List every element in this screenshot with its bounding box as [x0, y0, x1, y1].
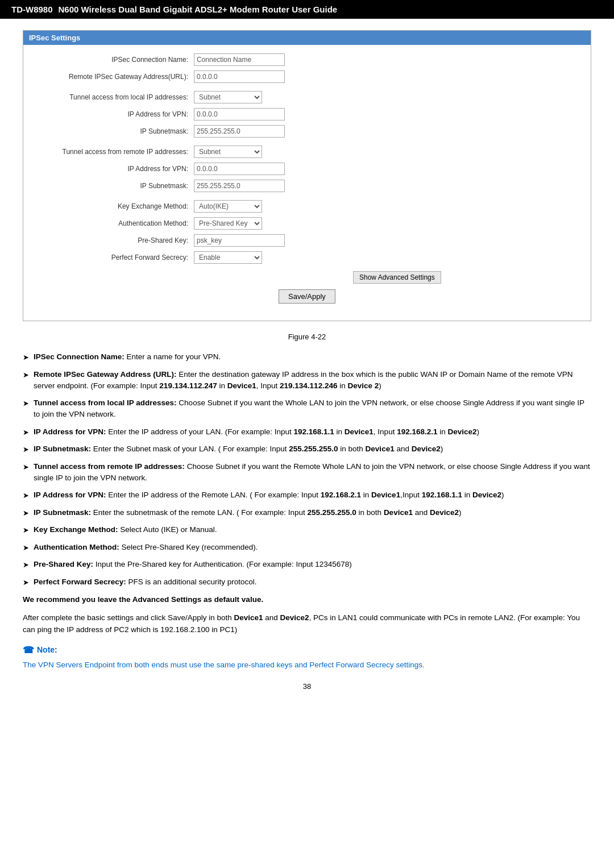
- bullet-arrow: ➤: [23, 542, 29, 554]
- bullet-arrow: ➤: [23, 490, 29, 501]
- bullet-text: Key Exchange Method: Select Auto (IKE) o…: [34, 524, 591, 535]
- input-gateway-address[interactable]: [194, 70, 285, 83]
- label-vpn-ip-remote: IP Address for VPN:: [35, 165, 194, 173]
- label-preshared-key: Pre-Shared Key:: [35, 236, 194, 244]
- list-item: ➤ IP Address for VPN: Enter the IP addre…: [23, 489, 591, 501]
- list-item: ➤ IP Subnetmask: Enter the subnetmask of…: [23, 507, 591, 519]
- select-tunnel-remote[interactable]: Subnet Single Address: [194, 146, 262, 158]
- bullet-arrow: ➤: [23, 508, 29, 519]
- list-item: ➤ Remote IPSec Gateway Address (URL): En…: [23, 369, 591, 392]
- list-item: ➤ Key Exchange Method: Select Auto (IKE)…: [23, 524, 591, 536]
- input-subnetmask-local[interactable]: [194, 125, 285, 138]
- input-vpn-ip-remote[interactable]: [194, 163, 285, 175]
- bullet-text: IPSec Connection Name: Enter a name for …: [34, 351, 591, 363]
- label-vpn-ip-local: IP Address for VPN:: [35, 110, 194, 118]
- list-item: ➤ Tunnel access from local IP addresses:…: [23, 397, 591, 421]
- bullet-arrow: ➤: [23, 462, 29, 473]
- show-advanced-button[interactable]: Show Advanced Settings: [353, 271, 441, 284]
- input-preshared-key[interactable]: [194, 234, 285, 247]
- bullet-arrow: ➤: [23, 525, 29, 536]
- note-text: The VPN Servers Endpoint from both ends …: [23, 659, 591, 671]
- bullet-text: IP Subnetmask: Enter the subnetmask of t…: [34, 507, 591, 518]
- bullet-arrow: ➤: [23, 352, 29, 363]
- list-item: ➤ IP Subnetmask: Enter the Subnet mask o…: [23, 443, 591, 455]
- ipsec-settings-box: IPSec Settings IPSec Connection Name: Re…: [23, 30, 591, 321]
- bullet-list: ➤ IPSec Connection Name: Enter a name fo…: [23, 351, 591, 588]
- ipsec-box-header: IPSec Settings: [23, 31, 591, 45]
- bullet-text: Authentication Method: Select Pre-Shared…: [34, 542, 591, 553]
- select-tunnel-local[interactable]: Subnet Single Address: [194, 91, 262, 103]
- bullet-text: IP Address for VPN: Enter the IP address…: [34, 489, 591, 501]
- label-tunnel-local: Tunnel access from local IP addresses:: [35, 93, 194, 101]
- bullet-text: IP Address for VPN: Enter the IP address…: [34, 426, 591, 438]
- figure-caption: Figure 4-22: [23, 333, 591, 341]
- header: TD-W8980 N600 Wireless Dual Band Gigabit…: [0, 0, 614, 19]
- label-connection-name: IPSec Connection Name:: [35, 56, 194, 64]
- label-tunnel-remote: Tunnel access from remote IP addresses:: [35, 148, 194, 156]
- note-label: ☎ Note:: [23, 645, 591, 655]
- bullet-arrow: ➤: [23, 398, 29, 409]
- select-auth-method[interactable]: Pre-Shared Key: [194, 217, 262, 230]
- list-item: ➤ IP Address for VPN: Enter the IP addre…: [23, 426, 591, 438]
- label-subnetmask-local: IP Subnetmask:: [35, 127, 194, 135]
- input-vpn-ip-local[interactable]: [194, 108, 285, 121]
- note-icon: ☎: [23, 645, 34, 655]
- note-section: ☎ Note: The VPN Servers Endpoint from bo…: [23, 645, 591, 671]
- bullet-text: Tunnel access from remote IP addresses: …: [34, 461, 591, 484]
- label-subnetmask-remote: IP Subnetmask:: [35, 182, 194, 190]
- save-apply-button[interactable]: Save/Apply: [279, 289, 335, 304]
- bullet-text: IP Subnetmask: Enter the Subnet mask of …: [34, 443, 591, 455]
- label-auth-method: Authentication Method:: [35, 219, 194, 227]
- label-gateway-address: Remote IPSec Gateway Address(URL):: [35, 73, 194, 81]
- input-subnetmask-remote[interactable]: [194, 180, 285, 192]
- recommend-heading: We recommend you leave the Advanced Sett…: [23, 593, 591, 606]
- list-item: ➤ Authentication Method: Select Pre-Shar…: [23, 542, 591, 554]
- header-model: TD-W8980: [11, 5, 53, 14]
- input-connection-name[interactable]: [194, 53, 285, 66]
- bullet-text: Perfect Forward Secrecy: PFS is an addit…: [34, 576, 591, 588]
- select-key-exchange[interactable]: Auto(IKE) Manual: [194, 200, 262, 213]
- bullet-text: Pre-Shared Key: Input the Pre-Shared key…: [34, 559, 591, 570]
- bullet-arrow: ➤: [23, 559, 29, 571]
- label-pfs: Perfect Forward Secrecy:: [35, 254, 194, 261]
- bullet-arrow: ➤: [23, 369, 29, 381]
- list-item: ➤ Pre-Shared Key: Input the Pre-Shared k…: [23, 559, 591, 571]
- select-pfs[interactable]: Enable Disable: [194, 251, 262, 264]
- bullet-arrow: ➤: [23, 427, 29, 438]
- list-item: ➤ Perfect Forward Secrecy: PFS is an add…: [23, 576, 591, 588]
- bullet-arrow: ➤: [23, 577, 29, 588]
- bullet-arrow: ➤: [23, 444, 29, 455]
- recommend-body: After complete the basic settings and cl…: [23, 612, 591, 636]
- bullet-text: Remote IPSec Gateway Address (URL): Ente…: [34, 369, 591, 392]
- label-key-exchange: Key Exchange Method:: [35, 202, 194, 210]
- header-title: N600 Wireless Dual Band Gigabit ADSL2+ M…: [59, 5, 338, 14]
- list-item: ➤ Tunnel access from remote IP addresses…: [23, 461, 591, 484]
- list-item: ➤ IPSec Connection Name: Enter a name fo…: [23, 351, 591, 363]
- page-number: 38: [23, 682, 591, 702]
- bullet-text: Tunnel access from local IP addresses: C…: [34, 397, 591, 421]
